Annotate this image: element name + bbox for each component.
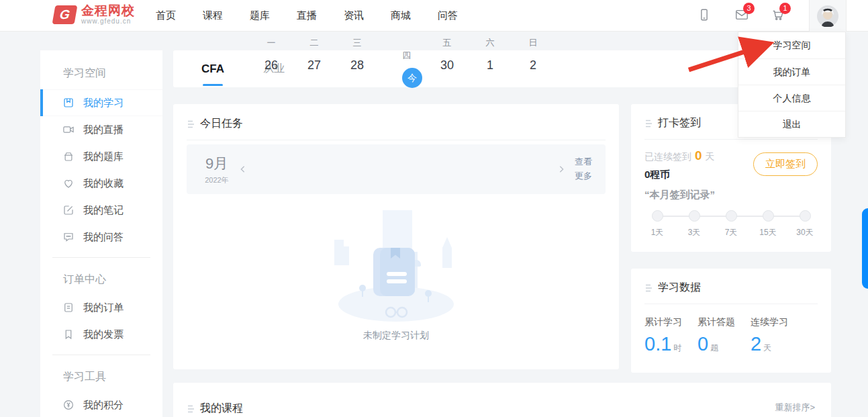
- nav-qa[interactable]: 问答: [438, 9, 458, 22]
- streak-value: 0: [695, 148, 702, 163]
- stats-row: 累计学习 0.1时 累计答题 0题 连续学习 2天: [644, 316, 818, 355]
- milestone: 7天: [720, 210, 742, 238]
- sidebar-item-my-learning[interactable]: 我的学习: [40, 89, 162, 116]
- month-label: 9月: [197, 154, 236, 174]
- question-bank-icon: [62, 150, 75, 163]
- tab-label: CFA: [201, 62, 224, 76]
- sidebar-item-label: 我的学习: [83, 97, 124, 109]
- streak-unit: 天: [706, 151, 715, 162]
- milestone-dot: [800, 210, 811, 222]
- coin-balance: 0程币: [644, 169, 715, 181]
- stat-streak-days: 连续学习 2天: [751, 316, 804, 355]
- milestone: 30天: [793, 210, 816, 238]
- sidebar-header-learning-space: 学习空间: [40, 57, 162, 89]
- calendar-day[interactable]: 一26: [260, 37, 283, 302]
- divider: [644, 139, 818, 140]
- milestone-dot: [652, 210, 663, 222]
- nav-question-bank[interactable]: 题库: [250, 9, 270, 22]
- empty-state-illustration: [316, 210, 477, 323]
- sidebar: 学习空间 我的学习 我的直播 我的题库 我的收藏 我的笔记 我的问答 订单中心: [40, 50, 162, 417]
- sidebar-item-my-notes[interactable]: 我的笔记: [40, 197, 162, 224]
- calendar-strip: 9月 2022年 一26 二27 三28 四今 五30 六1 日2 查看更多: [187, 144, 606, 194]
- notes-icon: [62, 204, 75, 216]
- my-courses-title: 我的课程: [200, 402, 243, 416]
- avatar[interactable]: [809, 0, 847, 32]
- live-icon: [62, 124, 75, 136]
- my-courses-card: 我的课程 重新排序>: [173, 383, 831, 417]
- sidebar-item-label: 我的问答: [83, 231, 124, 244]
- sidebar-header-order-center: 订单中心: [40, 265, 162, 294]
- sidebar-item-label: 我的订单: [83, 302, 124, 314]
- milestone: 1天: [646, 210, 669, 238]
- stat-total-questions: 累计答题 0题: [697, 316, 751, 355]
- sidebar-item-label: 我的积分: [83, 399, 124, 412]
- nav-mall[interactable]: 商城: [391, 9, 411, 22]
- messages-icon[interactable]: 3: [734, 7, 752, 25]
- nav-live[interactable]: 直播: [297, 9, 317, 22]
- tab-cfa[interactable]: CFA: [201, 50, 224, 87]
- top-navbar: G 金程网校 www.gfedu.cn 首页 课程 题库 直播 资讯 商城 问答…: [0, 0, 868, 32]
- stat-value: 0: [697, 333, 708, 355]
- menu-item-profile[interactable]: 个人信息: [738, 85, 845, 111]
- nav-news[interactable]: 资讯: [344, 9, 364, 22]
- calendar-month: 9月 2022年: [197, 154, 236, 185]
- nav-home[interactable]: 首页: [156, 9, 176, 22]
- brand-name: 金程网校: [81, 4, 135, 17]
- cart-icon[interactable]: 1: [771, 7, 788, 25]
- calendar-day[interactable]: 六1: [479, 37, 501, 302]
- list-marker-icon: [644, 283, 653, 293]
- invoice-icon: [62, 328, 75, 340]
- sidebar-item-label: 我的直播: [83, 124, 124, 136]
- favorites-icon: [62, 177, 75, 189]
- reorder-link[interactable]: 重新排序>: [775, 402, 815, 414]
- sidebar-item-my-question-bank[interactable]: 我的题库: [40, 143, 162, 170]
- stat-total-study: 累计学习 0.1时: [644, 316, 697, 355]
- messages-badge: 3: [743, 3, 755, 14]
- sidebar-item-my-points[interactable]: 我的积分: [40, 391, 162, 417]
- study-stats-title: 学习数据: [658, 281, 701, 295]
- sidebar-item-my-live[interactable]: 我的直播: [40, 116, 162, 143]
- nav-courses[interactable]: 课程: [203, 9, 223, 22]
- signin-button[interactable]: 立即签到: [753, 152, 818, 176]
- streak-summary: 已连续签到0天: [644, 148, 715, 163]
- monthly-record-title: “本月签到记录”: [644, 189, 818, 201]
- study-stats-card: 学习数据 累计学习 0.1时 累计答题 0题 连续学习 2天: [631, 269, 831, 373]
- sidebar-divider: [52, 257, 150, 258]
- main-nav: 首页 课程 题库 直播 资讯 商城 问答: [156, 0, 458, 32]
- points-icon: [62, 399, 75, 411]
- brand-logo-icon: G: [52, 5, 78, 24]
- menu-item-logout[interactable]: 退出: [738, 111, 845, 137]
- qa-icon: [62, 231, 75, 243]
- calendar-prev-icon[interactable]: [236, 164, 250, 175]
- floating-side-tab[interactable]: [862, 208, 868, 289]
- milestone: 3天: [683, 210, 706, 238]
- user-dropdown-menu: 学习空间 我的订单 个人信息 退出: [738, 32, 846, 138]
- milestone-dot: [763, 210, 774, 222]
- list-marker-icon: [187, 120, 195, 129]
- menu-item-my-orders[interactable]: 我的订单: [738, 58, 845, 85]
- stat-unit: 时: [673, 343, 681, 353]
- view-more-link[interactable]: 查看更多: [575, 155, 595, 183]
- empty-state-text: 未制定学习计划: [187, 330, 606, 342]
- orders-icon: [62, 302, 75, 314]
- cart-badge: 1: [779, 3, 791, 14]
- sidebar-item-my-orders[interactable]: 我的订单: [40, 294, 162, 321]
- stat-value: 0.1: [644, 333, 671, 355]
- mobile-app-icon[interactable]: [697, 7, 714, 25]
- sidebar-divider: [52, 355, 150, 355]
- sidebar-header-study-tools: 学习工具: [40, 362, 162, 391]
- page: G 金程网校 www.gfedu.cn 首页 课程 题库 直播 资讯 商城 问答…: [0, 0, 868, 417]
- sidebar-item-my-favorites[interactable]: 我的收藏: [40, 170, 162, 197]
- list-marker-icon: [187, 404, 195, 414]
- signin-milestones: 1天 3天 7天 15天 30天: [644, 210, 818, 238]
- avatar-image: [817, 5, 838, 27]
- menu-item-learning-space[interactable]: 学习空间: [738, 32, 845, 58]
- stat-unit: 天: [763, 343, 771, 353]
- brand-logo[interactable]: G 金程网校 www.gfedu.cn: [54, 4, 135, 25]
- milestone-dot: [726, 210, 737, 222]
- sidebar-item-my-qa[interactable]: 我的问答: [40, 224, 162, 250]
- calendar-next-icon[interactable]: [554, 164, 568, 175]
- sidebar-item-label: 我的笔记: [83, 204, 124, 217]
- calendar-day[interactable]: 日2: [522, 37, 544, 302]
- sidebar-item-my-invoices[interactable]: 我的发票: [40, 321, 162, 348]
